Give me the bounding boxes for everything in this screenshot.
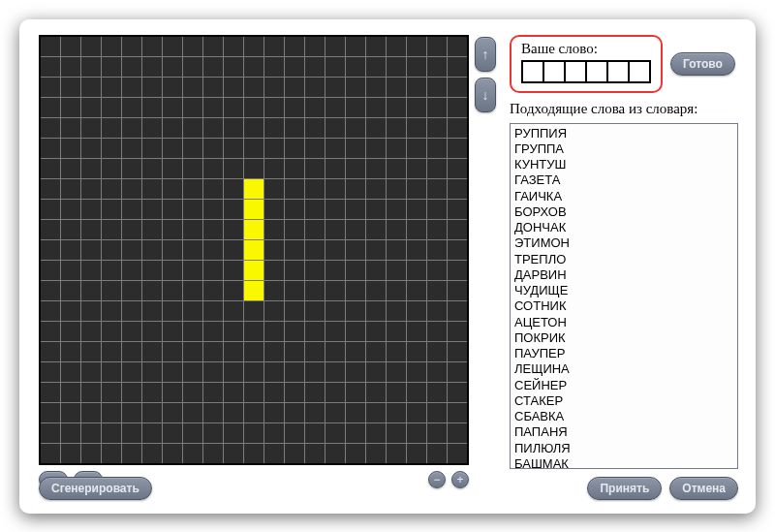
grid-cell[interactable] bbox=[61, 342, 80, 361]
dict-item[interactable]: ЧУДИЩЕ bbox=[514, 283, 733, 298]
grid-cell[interactable] bbox=[122, 322, 141, 341]
grid-cell[interactable] bbox=[264, 301, 284, 321]
grid-cell[interactable] bbox=[224, 159, 243, 178]
grid-cell[interactable] bbox=[163, 322, 182, 341]
grid-cell[interactable] bbox=[81, 444, 101, 463]
grid-cell[interactable] bbox=[61, 383, 80, 402]
grid-cell[interactable] bbox=[326, 383, 345, 402]
grid-cell[interactable] bbox=[346, 322, 365, 341]
grid-cell[interactable] bbox=[122, 200, 141, 219]
grid-cell[interactable] bbox=[305, 179, 325, 199]
grid-cell[interactable] bbox=[387, 423, 406, 443]
grid-cell[interactable] bbox=[122, 301, 141, 321]
grid-cell[interactable] bbox=[285, 403, 304, 422]
grid-cell[interactable] bbox=[305, 423, 325, 443]
grid-cell[interactable] bbox=[183, 98, 202, 117]
grid-cell[interactable] bbox=[244, 240, 264, 260]
grid-cell[interactable] bbox=[387, 362, 406, 382]
grid-cell[interactable] bbox=[285, 301, 304, 321]
grid-cell[interactable] bbox=[163, 98, 182, 117]
grid-cell[interactable] bbox=[387, 139, 406, 158]
grid-cell[interactable] bbox=[244, 98, 264, 117]
grid-cell[interactable] bbox=[407, 403, 426, 422]
grid-cell[interactable] bbox=[183, 403, 202, 422]
grid-cell[interactable] bbox=[326, 57, 345, 77]
grid-cell[interactable] bbox=[122, 57, 141, 77]
grid-cell[interactable] bbox=[305, 261, 325, 280]
grid-cell[interactable] bbox=[285, 57, 304, 77]
grid-cell[interactable] bbox=[102, 57, 121, 77]
dict-item[interactable]: БОРХОВ bbox=[514, 204, 733, 220]
grid-cell[interactable] bbox=[264, 240, 284, 260]
grid-cell[interactable] bbox=[387, 383, 406, 402]
grid-cell[interactable] bbox=[305, 342, 325, 361]
grid-cell[interactable] bbox=[142, 179, 162, 199]
grid-cell[interactable] bbox=[407, 240, 426, 260]
grid-cell[interactable] bbox=[407, 118, 426, 138]
grid-cell[interactable] bbox=[183, 159, 202, 178]
grid-cell[interactable] bbox=[203, 240, 223, 260]
grid-cell[interactable] bbox=[122, 37, 141, 56]
grid-cell[interactable] bbox=[41, 281, 60, 300]
grid-cell[interactable] bbox=[163, 423, 182, 443]
grid-cell[interactable] bbox=[163, 281, 182, 300]
grid-cell[interactable] bbox=[326, 423, 345, 443]
grid-cell[interactable] bbox=[326, 78, 345, 97]
grid-cell[interactable] bbox=[285, 220, 304, 239]
grid-cell[interactable] bbox=[224, 220, 243, 239]
grid-cell[interactable] bbox=[366, 281, 386, 300]
grid-cell[interactable] bbox=[142, 301, 162, 321]
grid-cell[interactable] bbox=[407, 362, 426, 382]
grid-cell[interactable] bbox=[387, 342, 406, 361]
grid-cell[interactable] bbox=[102, 403, 121, 422]
word-cell[interactable] bbox=[607, 61, 629, 82]
grid-cell[interactable] bbox=[142, 383, 162, 402]
grid-cell[interactable] bbox=[264, 98, 284, 117]
grid-cell[interactable] bbox=[366, 403, 386, 422]
grid-cell[interactable] bbox=[163, 179, 182, 199]
grid-cell[interactable] bbox=[366, 98, 386, 117]
dict-item[interactable]: СЕЙНЕР bbox=[514, 378, 733, 393]
grid-cell[interactable] bbox=[203, 342, 223, 361]
grid-cell[interactable] bbox=[448, 383, 467, 402]
grid-cell[interactable] bbox=[427, 301, 447, 321]
grid-cell[interactable] bbox=[427, 383, 447, 402]
grid-cell[interactable] bbox=[427, 261, 447, 280]
grid-cell[interactable] bbox=[346, 159, 365, 178]
grid-cell[interactable] bbox=[346, 139, 365, 158]
grid-cell[interactable] bbox=[41, 423, 60, 443]
grid-cell[interactable] bbox=[61, 78, 80, 97]
grid-cell[interactable] bbox=[326, 240, 345, 260]
grid-cell[interactable] bbox=[305, 362, 325, 382]
grid-cell[interactable] bbox=[264, 159, 284, 178]
grid-cell[interactable] bbox=[448, 240, 467, 260]
grid-cell[interactable] bbox=[407, 139, 426, 158]
grid-cell[interactable] bbox=[81, 57, 101, 77]
grid-cell[interactable] bbox=[326, 37, 345, 56]
grid-cell[interactable] bbox=[264, 78, 284, 97]
grid-cell[interactable] bbox=[326, 220, 345, 239]
grid-cell[interactable] bbox=[427, 444, 447, 463]
grid-cell[interactable] bbox=[285, 423, 304, 443]
grid-cell[interactable] bbox=[305, 240, 325, 260]
grid-cell[interactable] bbox=[305, 139, 325, 158]
grid-cell[interactable] bbox=[427, 342, 447, 361]
grid-cell[interactable] bbox=[285, 159, 304, 178]
grid-cell[interactable] bbox=[142, 362, 162, 382]
grid-cell[interactable] bbox=[407, 423, 426, 443]
grid-cell[interactable] bbox=[366, 362, 386, 382]
grid-cell[interactable] bbox=[448, 57, 467, 77]
grid-cell[interactable] bbox=[203, 78, 223, 97]
grid-cell[interactable] bbox=[183, 118, 202, 138]
grid-cell[interactable] bbox=[448, 281, 467, 300]
dict-item[interactable]: ПАУПЕР bbox=[514, 346, 733, 361]
grid-cell[interactable] bbox=[122, 403, 141, 422]
word-cell[interactable] bbox=[629, 61, 650, 82]
grid-cell[interactable] bbox=[244, 261, 264, 280]
grid-cell[interactable] bbox=[407, 179, 426, 199]
grid-cell[interactable] bbox=[81, 342, 101, 361]
grid-cell[interactable] bbox=[183, 423, 202, 443]
grid-cell[interactable] bbox=[142, 403, 162, 422]
grid-cell[interactable] bbox=[183, 301, 202, 321]
grid-cell[interactable] bbox=[427, 403, 447, 422]
